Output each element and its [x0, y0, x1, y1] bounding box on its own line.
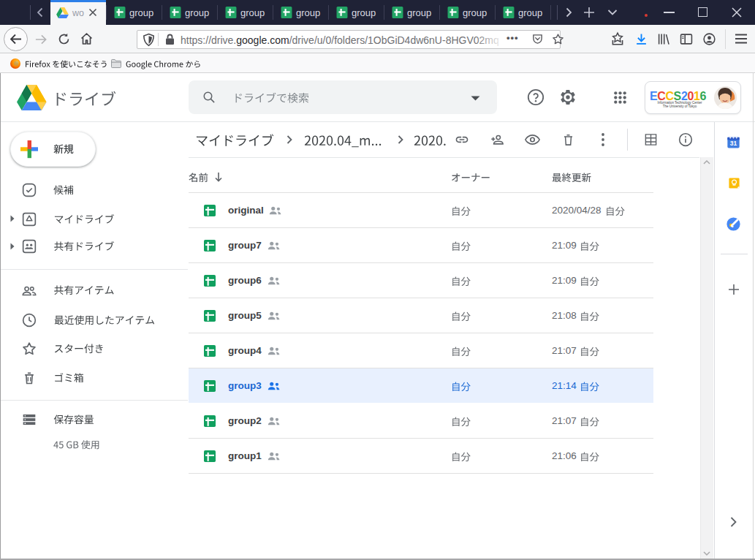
svg-text:31: 31 [730, 140, 737, 147]
